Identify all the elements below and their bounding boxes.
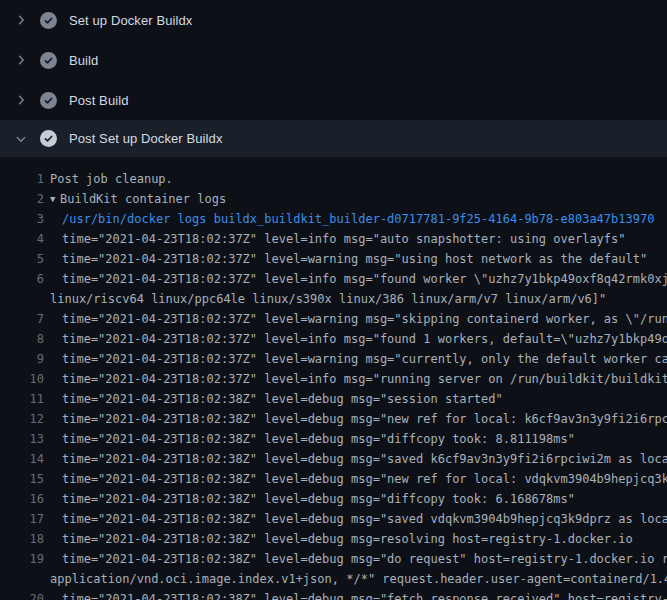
line-number[interactable]: 7 — [0, 309, 44, 329]
line-text: time="2021-04-23T18:02:38Z" level=debug … — [62, 549, 667, 569]
log-line: linux/riscv64 linux/ppc64le linux/s390x … — [0, 289, 667, 309]
line-text: time="2021-04-23T18:02:37Z" level=info m… — [62, 229, 626, 249]
line-number[interactable] — [0, 569, 44, 589]
line-number[interactable]: 14 — [0, 449, 44, 469]
line-text: linux/riscv64 linux/ppc64le linux/s390x … — [50, 289, 606, 309]
line-text-content: time="2021-04-23T18:02:38Z" level=debug … — [62, 452, 667, 466]
line-text-content: time="2021-04-23T18:02:37Z" level=info m… — [62, 372, 667, 386]
log-line: 3 /usr/bin/docker logs buildx_buildkit_b… — [0, 209, 667, 229]
log-line: 4 time="2021-04-23T18:02:37Z" level=info… — [0, 229, 667, 249]
log-line: 7 time="2021-04-23T18:02:37Z" level=warn… — [0, 309, 667, 329]
check-circle-icon — [40, 92, 57, 109]
job-step-section[interactable]: Post Set up Docker Buildx — [0, 120, 667, 157]
log-line: 20 time="2021-04-23T18:02:38Z" level=deb… — [0, 589, 667, 600]
line-number[interactable]: 2 — [0, 189, 44, 209]
log-line: 17 time="2021-04-23T18:02:38Z" level=deb… — [0, 509, 667, 529]
section-title: Build — [69, 53, 98, 68]
line-number[interactable]: 13 — [0, 429, 44, 449]
line-number[interactable]: 17 — [0, 509, 44, 529]
line-number[interactable]: 19 — [0, 549, 44, 569]
line-text-content: time="2021-04-23T18:02:37Z" level=info m… — [62, 332, 667, 346]
line-text-content: time="2021-04-23T18:02:38Z" level=debug … — [62, 432, 575, 446]
line-number[interactable] — [0, 289, 44, 309]
line-number[interactable]: 9 — [0, 349, 44, 369]
line-number[interactable]: 4 — [0, 229, 44, 249]
line-text-content: time="2021-04-23T18:02:37Z" level=warnin… — [62, 252, 647, 266]
line-number[interactable]: 5 — [0, 249, 44, 269]
line-number[interactable]: 20 — [0, 589, 44, 600]
line-number[interactable]: 8 — [0, 329, 44, 349]
line-text-content: linux/riscv64 linux/ppc64le linux/s390x … — [50, 292, 606, 306]
line-text: Post job cleanup. — [50, 169, 173, 189]
line-text: time="2021-04-23T18:02:38Z" level=debug … — [62, 469, 667, 489]
line-text: time="2021-04-23T18:02:38Z" level=debug … — [62, 509, 667, 529]
log-line: 12 time="2021-04-23T18:02:38Z" level=deb… — [0, 409, 667, 429]
line-text-content: /usr/bin/docker logs buildx_buildkit_bui… — [62, 212, 654, 226]
check-circle-icon — [40, 12, 57, 29]
line-number[interactable]: 12 — [0, 409, 44, 429]
check-circle-icon — [40, 52, 57, 69]
line-text-content: time="2021-04-23T18:02:37Z" level=info m… — [62, 272, 667, 286]
line-text: time="2021-04-23T18:02:37Z" level=info m… — [62, 329, 667, 349]
job-step-section[interactable]: Build — [0, 40, 667, 80]
line-text: ▼BuildKit container logs — [50, 189, 226, 209]
section-title: Set up Docker Buildx — [69, 13, 192, 28]
log-line: 2 ▼BuildKit container logs — [0, 189, 667, 209]
line-text: time="2021-04-23T18:02:38Z" level=debug … — [62, 409, 667, 429]
line-number[interactable]: 15 — [0, 469, 44, 489]
chevron-down-icon — [13, 131, 29, 147]
line-text-content: time="2021-04-23T18:02:37Z" level=info m… — [62, 232, 626, 246]
line-text: time="2021-04-23T18:02:38Z" level=debug … — [62, 429, 575, 449]
line-text: time="2021-04-23T18:02:37Z" level=info m… — [62, 369, 667, 389]
line-text: time="2021-04-23T18:02:38Z" level=debug … — [62, 589, 667, 600]
line-text: time="2021-04-23T18:02:37Z" level=warnin… — [62, 309, 667, 329]
line-text-content: BuildKit container logs — [60, 192, 226, 206]
line-number[interactable]: 16 — [0, 489, 44, 509]
log-line: 13 time="2021-04-23T18:02:38Z" level=deb… — [0, 429, 667, 449]
log-line: 10 time="2021-04-23T18:02:37Z" level=inf… — [0, 369, 667, 389]
line-text: application/vnd.oci.image.index.v1+json,… — [50, 569, 667, 589]
chevron-right-icon — [13, 12, 29, 28]
line-text-content: time="2021-04-23T18:02:37Z" level=warnin… — [62, 312, 667, 326]
section-title: Post Build — [69, 93, 129, 108]
line-text: time="2021-04-23T18:02:37Z" level=warnin… — [62, 349, 667, 369]
line-text-content: time="2021-04-23T18:02:38Z" level=debug … — [62, 552, 667, 566]
log-line: 14 time="2021-04-23T18:02:38Z" level=deb… — [0, 449, 667, 469]
log-line: 16 time="2021-04-23T18:02:38Z" level=deb… — [0, 489, 667, 509]
log-line: application/vnd.oci.image.index.v1+json,… — [0, 569, 667, 589]
line-number[interactable]: 11 — [0, 389, 44, 409]
line-number[interactable]: 1 — [0, 169, 44, 189]
line-text-content: time="2021-04-23T18:02:37Z" level=warnin… — [62, 352, 667, 366]
log-line: 6 time="2021-04-23T18:02:37Z" level=info… — [0, 269, 667, 289]
line-text: time="2021-04-23T18:02:38Z" level=debug … — [62, 389, 503, 409]
log-line: 1 Post job cleanup. — [0, 169, 667, 189]
job-step-section[interactable]: Post Build — [0, 80, 667, 120]
job-step-section[interactable]: Set up Docker Buildx — [0, 0, 667, 40]
line-number[interactable]: 10 — [0, 369, 44, 389]
check-circle-icon — [40, 130, 57, 147]
line-text-content: time="2021-04-23T18:02:38Z" level=debug … — [62, 412, 667, 426]
line-text: /usr/bin/docker logs buildx_buildkit_bui… — [62, 209, 654, 229]
line-number[interactable]: 18 — [0, 529, 44, 549]
line-text: time="2021-04-23T18:02:37Z" level=warnin… — [62, 249, 647, 269]
line-text-content: application/vnd.oci.image.index.v1+json,… — [50, 572, 667, 586]
line-text-content: time="2021-04-23T18:02:38Z" level=debug … — [62, 472, 667, 486]
line-number[interactable]: 6 — [0, 269, 44, 289]
line-text-content: time="2021-04-23T18:02:38Z" level=debug … — [62, 512, 667, 526]
line-number[interactable]: 3 — [0, 209, 44, 229]
line-text-content: time="2021-04-23T18:02:38Z" level=debug … — [62, 592, 667, 600]
log-line: 11 time="2021-04-23T18:02:38Z" level=deb… — [0, 389, 667, 409]
log-view: 1 Post job cleanup. 2 ▼BuildKit containe… — [0, 157, 667, 600]
line-text: time="2021-04-23T18:02:38Z" level=debug … — [62, 489, 575, 509]
section-title: Post Set up Docker Buildx — [69, 131, 223, 146]
log-line: 18 time="2021-04-23T18:02:38Z" level=deb… — [0, 529, 667, 549]
job-steps: Set up Docker Buildx Build Post Build — [0, 0, 667, 157]
line-text-content: time="2021-04-23T18:02:38Z" level=debug … — [62, 492, 575, 506]
line-text-content: time="2021-04-23T18:02:38Z" level=debug … — [62, 532, 633, 546]
line-text: time="2021-04-23T18:02:38Z" level=debug … — [62, 529, 633, 549]
group-caret-icon[interactable]: ▼ — [50, 189, 60, 209]
log-line: 19 time="2021-04-23T18:02:38Z" level=deb… — [0, 549, 667, 569]
log-line: 9 time="2021-04-23T18:02:37Z" level=warn… — [0, 349, 667, 369]
log-line: 8 time="2021-04-23T18:02:37Z" level=info… — [0, 329, 667, 349]
chevron-right-icon — [13, 92, 29, 108]
